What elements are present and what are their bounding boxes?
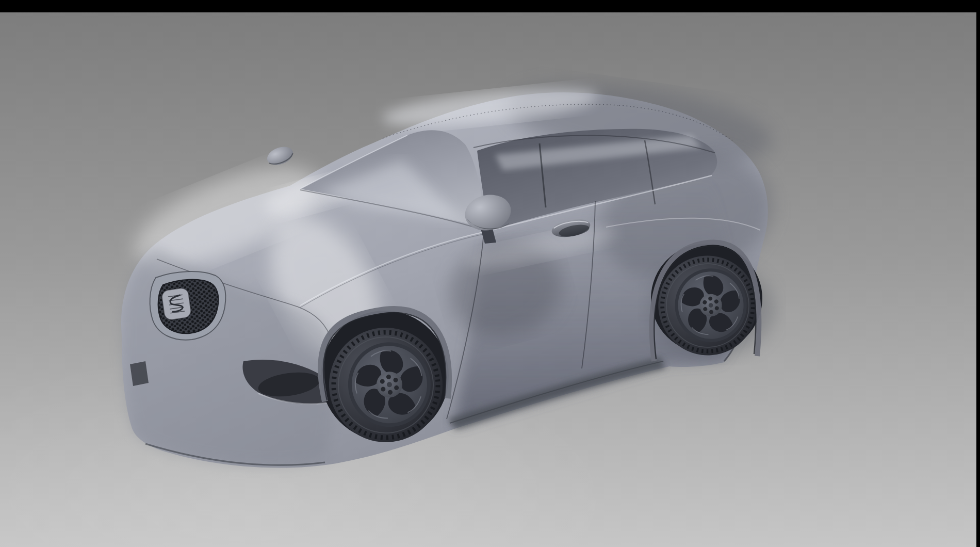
seat-badge: [161, 287, 192, 321]
corner-vent: [130, 361, 149, 386]
app-window: [0, 0, 980, 547]
car-model-render[interactable]: [0, 0, 980, 547]
concept-car[interactable]: [121, 69, 787, 468]
cowl-sensor: [265, 143, 296, 168]
render-viewport[interactable]: [0, 12, 976, 547]
